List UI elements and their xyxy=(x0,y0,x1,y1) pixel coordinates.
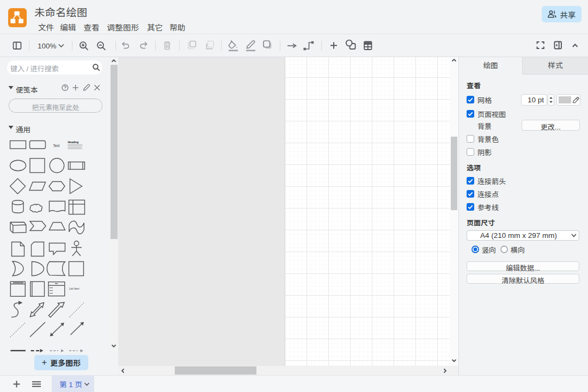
svg-text:Text: Text xyxy=(53,144,60,148)
svg-text:Heading: Heading xyxy=(68,140,79,144)
svg-text:List Item: List Item xyxy=(69,287,79,290)
